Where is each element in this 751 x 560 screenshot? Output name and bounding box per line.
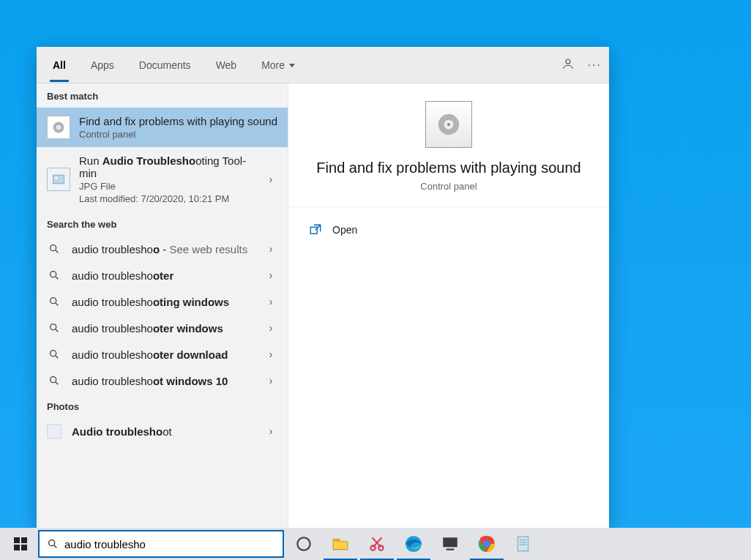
search-icon <box>47 294 61 309</box>
chevron-right-icon: › <box>264 243 277 255</box>
web-result[interactable]: audio troubleshoo - See web results › <box>37 236 288 262</box>
web-result[interactable]: audio troubleshoot windows 10 › <box>37 367 288 394</box>
windows-logo-icon <box>14 537 27 550</box>
file-explorer-button[interactable] <box>324 528 357 560</box>
search-icon <box>47 538 59 550</box>
search-icon <box>47 373 61 388</box>
chrome-browser-button[interactable] <box>470 528 504 560</box>
preview-title: Find and fix problems with playing sound <box>303 160 594 176</box>
cortana-button[interactable] <box>287 528 321 560</box>
open-icon <box>309 223 322 236</box>
svg-line-6 <box>56 250 58 253</box>
image-file-icon <box>47 168 70 191</box>
result-title: audio troubleshooting windows <box>72 296 254 308</box>
result-title: audio troubleshooter download <box>72 348 254 361</box>
chevron-right-icon: › <box>264 269 277 281</box>
result-title: audio troubleshoot windows 10 <box>72 375 254 387</box>
taskbar-search-input[interactable] <box>64 538 275 550</box>
result-title: audio troubleshoo - See web results <box>72 243 254 255</box>
results-list: Best match Find and fix problems with pl… <box>37 83 288 530</box>
result-subtitle: Control panel <box>79 129 277 140</box>
taskbar <box>0 528 751 560</box>
web-result[interactable]: audio troubleshooter download › <box>37 341 288 367</box>
svg-point-21 <box>49 540 55 546</box>
svg-point-0 <box>566 59 570 64</box>
svg-point-4 <box>55 177 57 179</box>
edge-browser-button[interactable] <box>397 528 430 560</box>
chevron-right-icon: › <box>264 425 277 437</box>
svg-line-16 <box>56 382 58 384</box>
tab-documents[interactable]: Documents <box>132 49 198 81</box>
chevron-right-icon: › <box>264 322 277 334</box>
chevron-right-icon: › <box>264 348 277 360</box>
result-title: Find and fix problems with playing sound <box>79 115 277 127</box>
section-best-match: Best match <box>37 83 288 108</box>
svg-rect-20 <box>310 227 317 234</box>
action-label: Open <box>332 224 357 236</box>
svg-point-15 <box>51 377 56 383</box>
chevron-right-icon: › <box>264 296 277 307</box>
search-icon <box>47 268 61 283</box>
account-icon[interactable] <box>561 57 575 72</box>
search-icon <box>47 321 61 335</box>
chevron-right-icon: › <box>264 375 277 387</box>
photo-result[interactable]: Audio troubleshoot › <box>37 418 288 444</box>
more-options-icon[interactable]: ··· <box>588 59 602 72</box>
result-title: audio troubleshooter windows <box>72 322 254 335</box>
web-result[interactable]: audio troubleshooter windows › <box>37 315 288 341</box>
taskbar-search-box[interactable] <box>38 530 284 558</box>
result-subtitle: JPG File <box>79 181 255 192</box>
web-result[interactable]: audio troubleshooting windows › <box>37 288 288 315</box>
windows-search-window: All Apps Documents Web More ··· Best mat… <box>37 47 609 530</box>
sound-troubleshoot-icon <box>47 116 70 139</box>
preview-action-open[interactable]: Open <box>288 213 609 247</box>
svg-point-5 <box>51 245 56 251</box>
photo-thumb-icon <box>47 424 61 438</box>
tab-apps[interactable]: Apps <box>83 49 122 81</box>
svg-point-19 <box>447 123 450 126</box>
svg-rect-29 <box>447 549 455 550</box>
result-title: Audio troubleshoot <box>72 425 254 438</box>
notepad-button[interactable] <box>507 528 540 560</box>
svg-point-2 <box>56 125 61 130</box>
preview-app-icon <box>425 101 472 148</box>
svg-rect-33 <box>518 537 528 551</box>
svg-rect-24 <box>333 540 340 542</box>
search-tabs: All Apps Documents Web More ··· <box>37 47 609 83</box>
svg-point-13 <box>51 351 56 356</box>
tab-web[interactable]: Web <box>209 49 244 81</box>
svg-line-8 <box>56 277 58 279</box>
section-photos: Photos <box>37 394 288 418</box>
chevron-right-icon: › <box>264 173 277 185</box>
result-title: Run Audio Troubleshooting Tool-min <box>79 154 255 179</box>
result-file-item[interactable]: Run Audio Troubleshooting Tool-min JPG F… <box>37 147 288 212</box>
svg-line-22 <box>54 545 56 548</box>
svg-line-14 <box>56 356 58 358</box>
result-best-match[interactable]: Find and fix problems with playing sound… <box>37 108 288 147</box>
start-button[interactable] <box>6 529 35 559</box>
svg-rect-28 <box>443 537 457 547</box>
preview-subtitle: Control panel <box>303 181 594 192</box>
svg-point-9 <box>51 298 56 304</box>
search-icon <box>47 347 61 362</box>
svg-line-12 <box>56 329 58 332</box>
section-search-web: Search the web <box>37 212 288 236</box>
search-icon <box>47 242 61 256</box>
task-view-button[interactable] <box>433 528 467 560</box>
svg-line-10 <box>56 303 58 305</box>
tab-all[interactable]: All <box>45 49 73 81</box>
result-meta: Last modified: 7/20/2020, 10:21 PM <box>79 193 255 204</box>
web-result[interactable]: audio troubleshooter › <box>37 262 288 288</box>
svg-rect-3 <box>53 175 64 184</box>
svg-point-23 <box>297 537 310 550</box>
result-title: audio troubleshooter <box>72 269 254 282</box>
tab-more[interactable]: More <box>254 49 302 81</box>
preview-pane: Find and fix problems with playing sound… <box>288 83 609 530</box>
snip-tool-button[interactable] <box>360 528 394 560</box>
svg-point-11 <box>51 324 56 330</box>
svg-point-7 <box>51 272 56 277</box>
